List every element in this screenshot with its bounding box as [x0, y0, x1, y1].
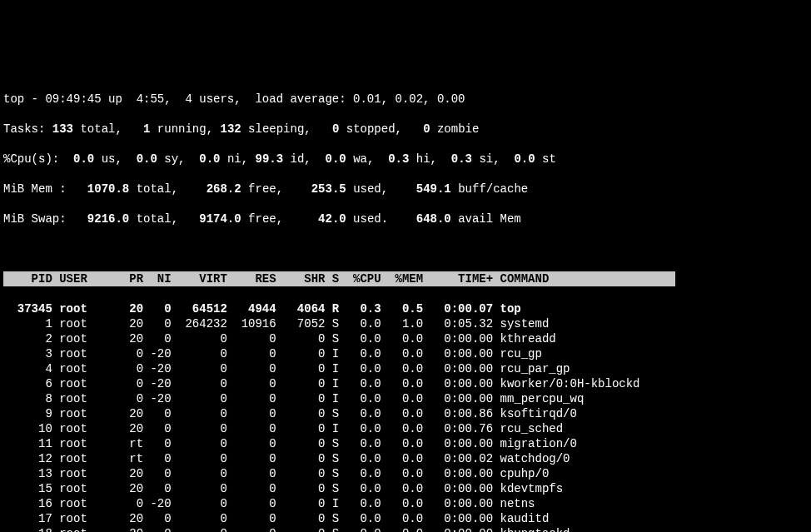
process-row[interactable]: 15 root 20 0 0 0 0 S 0.0 0.0 0:00.00 kde… [3, 481, 808, 496]
process-row[interactable]: 12 root rt 0 0 0 0 S 0.0 0.0 0:00.02 wat… [3, 451, 808, 466]
blank-line [3, 241, 808, 256]
summary-line-3: %Cpu(s): 0.0 us, 0.0 sy, 0.0 ni, 99.3 id… [3, 152, 808, 167]
process-row[interactable]: 8 root 0 -20 0 0 0 I 0.0 0.0 0:00.00 mm_… [3, 391, 808, 406]
process-row[interactable]: 17 root 20 0 0 0 0 S 0.0 0.0 0:00.00 kau… [3, 511, 808, 526]
process-list[interactable]: 37345 root 20 0 64512 4944 4064 R 0.3 0.… [3, 301, 808, 532]
terminal[interactable]: top - 09:49:45 up 4:55, 4 users, load av… [0, 75, 811, 532]
summary-line-5: MiB Swap: 9216.0 total, 9174.0 free, 42.… [3, 211, 808, 226]
process-row[interactable]: 18 root 20 0 0 0 0 S 0.0 0.0 0:00.00 khu… [3, 526, 808, 532]
process-row[interactable]: 1 root 20 0 264232 10916 7052 S 0.0 1.0 … [3, 316, 808, 331]
process-row[interactable]: 6 root 0 -20 0 0 0 I 0.0 0.0 0:00.00 kwo… [3, 376, 808, 391]
process-row[interactable]: 4 root 0 -20 0 0 0 I 0.0 0.0 0:00.00 rcu… [3, 361, 808, 376]
process-row[interactable]: 3 root 0 -20 0 0 0 I 0.0 0.0 0:00.00 rcu… [3, 346, 808, 361]
summary-line-4: MiB Mem : 1070.8 total, 268.2 free, 253.… [3, 181, 808, 196]
process-row[interactable]: 9 root 20 0 0 0 0 S 0.0 0.0 0:00.86 ksof… [3, 406, 808, 421]
process-row[interactable]: 2 root 20 0 0 0 0 S 0.0 0.0 0:00.00 kthr… [3, 331, 808, 346]
process-row[interactable]: 16 root 0 -20 0 0 0 I 0.0 0.0 0:00.00 ne… [3, 496, 808, 511]
process-row[interactable]: 37345 root 20 0 64512 4944 4064 R 0.3 0.… [3, 301, 808, 316]
process-row[interactable]: 10 root 20 0 0 0 0 I 0.0 0.0 0:00.76 rcu… [3, 421, 808, 436]
summary-line-1: top - 09:49:45 up 4:55, 4 users, load av… [3, 92, 808, 107]
summary-line-2: Tasks: 133 total, 1 running, 132 sleepin… [3, 122, 808, 137]
process-row[interactable]: 11 root rt 0 0 0 0 S 0.0 0.0 0:00.00 mig… [3, 436, 808, 451]
process-row[interactable]: 13 root 20 0 0 0 0 S 0.0 0.0 0:00.00 cpu… [3, 466, 808, 481]
column-header[interactable]: PID USER PR NI VIRT RES SHR S %CPU %MEM … [3, 271, 808, 286]
